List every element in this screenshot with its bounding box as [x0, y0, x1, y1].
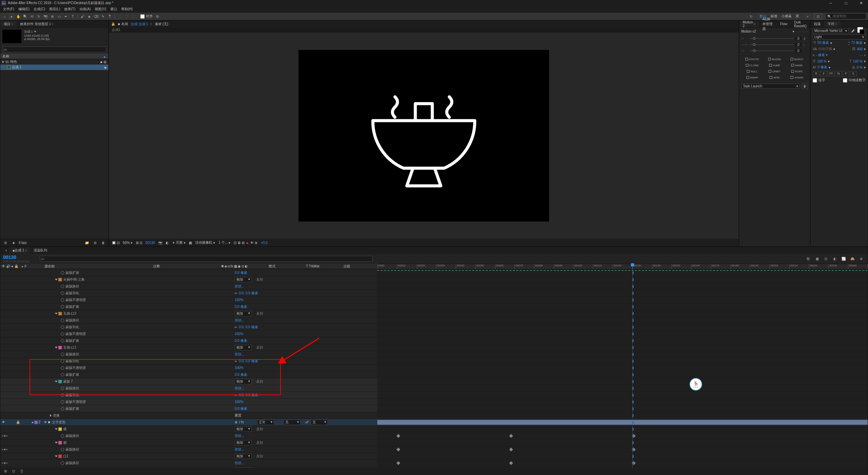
motion-value-1[interactable]: 0	[795, 43, 802, 47]
property-row[interactable]: ◂ ◆ ▸蒙版路径形状...	[0, 460, 377, 467]
draft3d-icon[interactable]: ▦	[814, 256, 820, 262]
quality-dropdown[interactable]: ✦ 完整 ▾	[172, 240, 185, 245]
track-row[interactable]	[377, 297, 868, 303]
motion-slider-2[interactable]	[749, 51, 794, 51]
menu-帮助[interactable]: 帮助(H)	[120, 7, 134, 12]
track-row[interactable]	[377, 303, 868, 310]
font-style-dropdown[interactable]: Light▾	[813, 34, 866, 39]
tab-ae脚本管理器[interactable]: AE脚本管理器	[759, 21, 777, 27]
hindi-checkbox[interactable]	[843, 78, 847, 83]
track-row[interactable]	[377, 385, 868, 392]
track-row[interactable]	[377, 446, 868, 453]
track-row[interactable]	[377, 467, 868, 468]
leading-value[interactable]: 72 像素	[851, 40, 863, 45]
property-value[interactable]: 100%	[235, 366, 243, 370]
rotate-tool[interactable]: ↻	[36, 13, 42, 19]
property-value[interactable]: 形状...	[235, 447, 244, 452]
menu-窗口[interactable]: 窗口	[109, 7, 119, 12]
mask-mode-dropdown[interactable]: 相加▾	[235, 426, 252, 432]
frame-blend-icon[interactable]: ⊡	[823, 256, 829, 262]
property-row[interactable]: 蒙版扩展0.0 像素	[0, 337, 377, 344]
faux-btn-1[interactable]: T	[820, 71, 827, 76]
snap-checkbox[interactable]	[140, 14, 145, 19]
toggle-switches-icon[interactable]: ⊞	[2, 468, 8, 474]
property-row[interactable]: 蒙版扩展0.0 像素	[0, 269, 377, 276]
property-row[interactable]: 蒙版路径形状...	[0, 351, 377, 358]
kerning-value[interactable]: 自动字偶	[818, 47, 832, 51]
property-row[interactable]: 蒙版羽化∞ 0.0, 0.0 像素	[0, 324, 377, 331]
col-comment[interactable]: 注释	[153, 264, 221, 269]
clone-tool[interactable]: ◈	[86, 13, 92, 19]
track-row[interactable]	[377, 331, 868, 337]
mask-mode-dropdown[interactable]: 相加▾	[235, 454, 252, 459]
shape-tool[interactable]: ▭	[56, 13, 62, 19]
faux-btn-0[interactable]: T	[813, 71, 819, 76]
camera-dropdown[interactable]: 活动摄像机 ▾	[195, 240, 215, 245]
mask-mode-dropdown[interactable]: 相加▾	[235, 311, 252, 316]
puppet-tool[interactable]: 📍	[107, 13, 113, 19]
selection-tool[interactable]: ▸	[8, 13, 15, 19]
track-row[interactable]	[377, 365, 868, 371]
eraser-tool[interactable]: ⌫	[93, 13, 99, 19]
mask-mode-dropdown[interactable]: 相加▾	[235, 379, 252, 384]
project-comp-item[interactable]: 合成 1 ■	[0, 65, 108, 70]
faux-btn-5[interactable]: T,	[850, 71, 857, 76]
track-row[interactable]	[377, 310, 868, 317]
col-trkmat[interactable]: T TrkMat	[306, 264, 343, 268]
mask-mode-dropdown[interactable]: 相加▾	[235, 277, 252, 282]
resolution-icon[interactable]: ⊞ ⊡	[136, 241, 142, 245]
tracking-value[interactable]: 400	[857, 47, 863, 51]
track-row[interactable]	[377, 453, 868, 460]
composition-canvas[interactable]	[299, 50, 549, 222]
current-time[interactable]: 00130	[146, 241, 155, 245]
tab-timeline-comp[interactable]: ■ 合成 1 ≡	[9, 247, 30, 254]
type-tool[interactable]: T	[70, 13, 76, 19]
property-value[interactable]: 0.0, 0.0 像素	[239, 291, 258, 296]
layer-row[interactable]: 👁🔒▸2★文字变形⊕ / fx正常▾无▾☍无▾	[0, 419, 377, 426]
task-delete-icon[interactable]: 🗑	[802, 83, 808, 89]
property-value[interactable]: 重置	[235, 413, 241, 418]
mask-mode-dropdown[interactable]: 相加▾	[235, 345, 252, 350]
tab-comp-viewer[interactable]: 合成 合成 1 ≡	[131, 22, 152, 27]
property-value[interactable]: 0.0 像素	[235, 338, 247, 343]
mask-row[interactable]: 五感-口2相加▾反转	[0, 310, 377, 317]
motion-rope[interactable]: ROPE	[786, 69, 808, 74]
workspace-库[interactable]: 库	[794, 14, 801, 18]
track-row[interactable]	[377, 426, 868, 433]
mask-row[interactable]: 口1相加▾反转	[0, 453, 377, 460]
faux-btn-4[interactable]: T'	[843, 71, 849, 76]
timeline-timecode[interactable]: 00130	[3, 254, 30, 260]
property-value[interactable]: 100%	[235, 332, 243, 336]
property-row[interactable]: ◂ ◆ ▸蒙版路径形状...	[0, 433, 377, 439]
world-axis[interactable]: ⬚	[123, 13, 129, 19]
motion-burst[interactable]: BURST	[786, 56, 808, 62]
property-row[interactable]: 蒙版羽化∞ 0.0, 0.0 像素	[0, 392, 377, 399]
tab-footage[interactable]: 素材 (无)	[155, 22, 168, 27]
track-row[interactable]	[377, 358, 868, 365]
property-value[interactable]: 0.0, 0.0 像素	[239, 325, 258, 330]
property-row[interactable]: ◂ ◆ ▸蒙版路径形状...	[0, 446, 377, 453]
hscale-value[interactable]: 100 %	[853, 59, 863, 63]
motion-warp[interactable]: WARP	[741, 75, 763, 80]
mask-row[interactable]: 蒙版 7相加▾反转	[0, 378, 377, 385]
magnification-icon[interactable]: 🔲 ⊡	[112, 241, 120, 245]
sort-icon[interactable]: ▲	[103, 55, 106, 58]
delete-icon[interactable]: 🗑	[100, 240, 106, 246]
menu-视图[interactable]: 视图(V)	[93, 7, 107, 12]
home-tool[interactable]: ⌂	[2, 13, 8, 19]
property-value[interactable]: 形状...	[235, 352, 244, 357]
tab-flow[interactable]: Flow	[777, 21, 791, 27]
track-row[interactable]	[377, 317, 868, 324]
keyframe[interactable]	[509, 461, 513, 465]
property-row[interactable]: 蒙版羽化∞ 0.0, 0.0 像素	[0, 290, 377, 297]
motion-jump[interactable]: JUMP	[764, 63, 785, 68]
comp-flowchart-icon[interactable]: ⛓	[805, 256, 811, 262]
view-icon[interactable]: ▦	[189, 241, 192, 245]
channel-icon[interactable]: ◐	[166, 241, 169, 245]
property-value[interactable]: 形状...	[235, 434, 244, 438]
project-search[interactable]: ρ▸	[2, 47, 106, 52]
col-source-name[interactable]: 源名称	[42, 264, 153, 269]
menu-文件[interactable]: 文件(F)	[2, 7, 16, 12]
motion-value-0[interactable]: 0	[795, 37, 802, 40]
mask-row[interactable]: 火锅中间-三角相加▾反转	[0, 276, 377, 283]
